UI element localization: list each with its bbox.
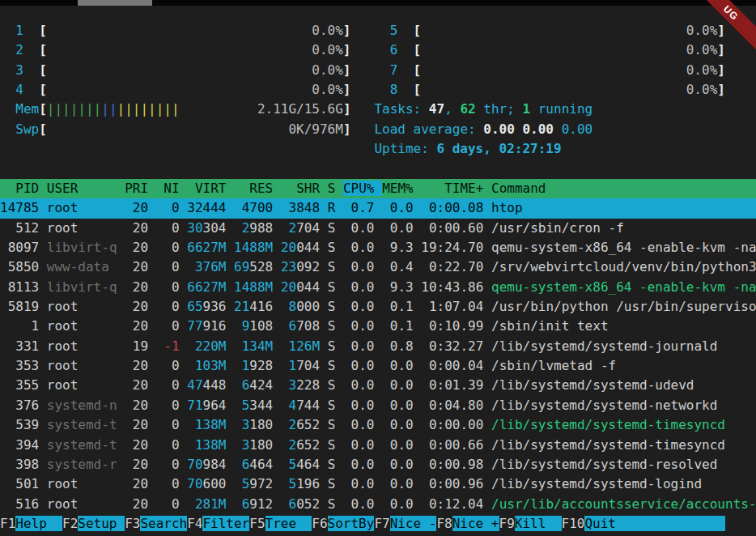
running-label: running bbox=[530, 101, 592, 117]
column-header-command[interactable]: Command bbox=[491, 181, 546, 196]
column-header-mem[interactable]: MEM% bbox=[382, 181, 414, 196]
priority: 20 bbox=[125, 457, 148, 472]
cpu-1-meter-value: 0.0% bbox=[47, 23, 343, 38]
fkey-f3-label[interactable]: Search bbox=[140, 516, 187, 531]
nice: 0 bbox=[156, 377, 180, 393]
nice: 0 bbox=[156, 200, 180, 215]
pid: 353 bbox=[0, 358, 39, 373]
shr: 126M bbox=[281, 338, 320, 354]
shr: 20 bbox=[281, 279, 296, 295]
meter-open-bracket: [ bbox=[414, 23, 422, 38]
column-header-virt[interactable]: VIRT bbox=[187, 181, 226, 196]
nice: 0 bbox=[156, 457, 180, 472]
meter-close-bracket: ] bbox=[343, 82, 351, 97]
process-row-501[interactable]: 501 root 20 0 70600 5972 5196 S 0.0 0.0 … bbox=[0, 474, 756, 494]
user: systemd-t bbox=[47, 437, 117, 453]
fkey-f7-label[interactable]: Nice - bbox=[390, 516, 437, 531]
shr: 6 bbox=[281, 496, 296, 512]
process-row-512[interactable]: 512 root 20 0 30304 2988 2704 S 0.0 0.0 … bbox=[0, 219, 756, 238]
column-header-user[interactable]: USER bbox=[47, 181, 117, 196]
fkey-f6-label[interactable]: SortBy bbox=[328, 516, 375, 531]
time-plus: 1:07.04 bbox=[421, 299, 483, 314]
user: root bbox=[47, 358, 117, 373]
command: /lib/systemd/systemd-timesyncd bbox=[491, 417, 725, 432]
fkey-f3-key[interactable]: F3 bbox=[125, 516, 140, 531]
swap-meter-row: Swp[ 0K/976M] Load average: 0.00 0.00 0.… bbox=[0, 120, 756, 139]
time-plus: 0:00.00 bbox=[421, 417, 483, 432]
process-row-376[interactable]: 376 systemd-n 20 0 71964 5344 4744 S 0.0… bbox=[0, 396, 756, 415]
virt: 103M bbox=[187, 358, 226, 373]
process-row-selected[interactable]: 14785 root 20 0 32444 4700 3848 R 0.7 0.… bbox=[0, 198, 756, 218]
res: 6 bbox=[234, 457, 249, 472]
mem-percent: 0.0 bbox=[382, 220, 414, 236]
fkey-f8-key[interactable]: F8 bbox=[436, 516, 452, 531]
window-tab-stub[interactable] bbox=[78, 0, 152, 6]
virt: 376M bbox=[187, 259, 226, 274]
fkey-f1-label[interactable]: Help bbox=[15, 516, 62, 531]
fkey-f6-key[interactable]: F6 bbox=[312, 516, 327, 531]
process-row-5850[interactable]: 5850 www-data 20 0 376M 69528 23092 S 0.… bbox=[0, 257, 756, 277]
fkey-f1-key[interactable]: F1 bbox=[0, 516, 15, 531]
fkey-f10-key[interactable]: F10 bbox=[562, 516, 585, 531]
priority: 20 bbox=[125, 377, 148, 393]
virt: 71 bbox=[187, 398, 202, 413]
process-row-331[interactable]: 331 root 19 -1 220M 134M 126M S 0.0 0.8 … bbox=[0, 337, 756, 356]
uptime-label: Uptime: bbox=[374, 141, 436, 156]
nice: 0 bbox=[156, 417, 180, 432]
cpu-percent: 0.0 bbox=[343, 476, 375, 491]
fkey-f9-label[interactable]: Kill bbox=[515, 516, 562, 531]
nice: 0 bbox=[156, 299, 180, 314]
column-header-res[interactable]: RES bbox=[234, 181, 273, 196]
process-row-5819[interactable]: 5819 root 20 0 65936 21416 8000 S 0.0 0.… bbox=[0, 297, 756, 317]
shr: 4 bbox=[281, 398, 296, 413]
mem-percent: 0.1 bbox=[382, 318, 414, 334]
time-plus: 0:00.04 bbox=[421, 358, 483, 373]
process-row-539[interactable]: 539 systemd-t 20 0 138M 3180 2652 S 0.0 … bbox=[0, 415, 756, 435]
column-header-s[interactable]: S bbox=[328, 181, 336, 196]
mem-percent: 0.8 bbox=[382, 338, 414, 354]
fkey-f10-label[interactable]: Quit bbox=[584, 516, 724, 531]
virt: 65 bbox=[187, 299, 202, 314]
user: root bbox=[47, 299, 117, 314]
column-header-pid[interactable]: PID bbox=[0, 181, 39, 196]
nice: 0 bbox=[156, 496, 180, 512]
process-row-8113[interactable]: 8113 libvirt-q 20 0 6627M 1488M 20044 S … bbox=[0, 278, 756, 297]
process-row-394[interactable]: 394 systemd-t 20 0 138M 3180 2652 S 0.0 … bbox=[0, 436, 756, 455]
column-header-time[interactable]: TIME+ bbox=[421, 181, 483, 196]
process-row-355[interactable]: 355 root 20 0 47448 6424 3228 S 0.0 0.0 … bbox=[0, 376, 756, 395]
fkey-f2-label[interactable]: Setup bbox=[78, 516, 125, 531]
meter-close-bracket: ] bbox=[717, 23, 725, 38]
fkey-f2-key[interactable]: F2 bbox=[62, 516, 78, 531]
process-row-8097[interactable]: 8097 libvirt-q 20 0 6627M 1488M 20044 S … bbox=[0, 238, 756, 257]
fkey-f8-label[interactable]: Nice + bbox=[452, 516, 499, 531]
column-header-ni[interactable]: NI bbox=[156, 181, 180, 196]
swp-meter-value: 0K/976M bbox=[288, 121, 342, 137]
process-row-1[interactable]: 1 root 20 0 77916 9108 6708 S 0.0 0.1 0:… bbox=[0, 317, 756, 336]
uptime-row: Uptime: 6 days, 02:27:19 bbox=[0, 139, 756, 159]
priority: 20 bbox=[125, 259, 148, 274]
meter-open-bracket: [ bbox=[39, 121, 47, 137]
process-row-516[interactable]: 516 root 20 0 281M 6912 6052 S 0.0 0.0 0… bbox=[0, 495, 756, 514]
fkey-f5-key[interactable]: F5 bbox=[249, 516, 265, 531]
state: S bbox=[328, 377, 336, 393]
fkey-f9-key[interactable]: F9 bbox=[499, 516, 515, 531]
column-header-pri[interactable]: PRI bbox=[125, 181, 148, 196]
nice: 0 bbox=[156, 240, 180, 255]
shr: 5 bbox=[281, 476, 296, 491]
meter-open-bracket: [ bbox=[39, 62, 47, 78]
user: root bbox=[47, 496, 117, 512]
fkey-f4-label[interactable]: Filter bbox=[202, 516, 249, 531]
user: root bbox=[47, 220, 117, 236]
process-row-353[interactable]: 353 root 20 0 103M 1928 1704 S 0.0 0.0 0… bbox=[0, 356, 756, 376]
fkey-f4-key[interactable]: F4 bbox=[187, 516, 202, 531]
command: /sbin/init text bbox=[491, 318, 609, 334]
process-row-398[interactable]: 398 systemd-r 20 0 70984 6464 5464 S 0.0… bbox=[0, 455, 756, 474]
meter-close-bracket: ] bbox=[717, 42, 725, 57]
res: 4700 bbox=[234, 200, 273, 215]
column-header-cpu[interactable]: CPU% bbox=[343, 181, 382, 196]
column-header-shr[interactable]: SHR bbox=[281, 181, 320, 196]
fkey-f5-label[interactable]: Tree bbox=[265, 516, 312, 531]
priority: 19 bbox=[125, 338, 148, 354]
fkey-f7-key[interactable]: F7 bbox=[374, 516, 389, 531]
pid: 394 bbox=[0, 437, 39, 453]
